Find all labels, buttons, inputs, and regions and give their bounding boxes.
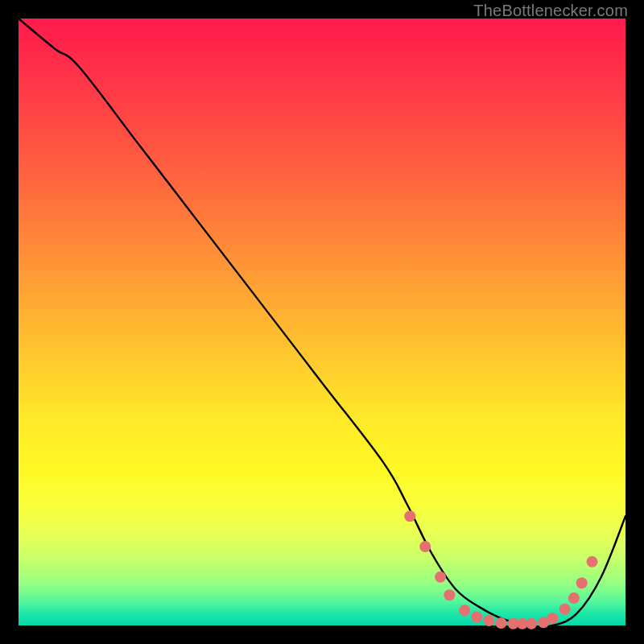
chart-frame: TheBottlenecker.com [0,0,644,644]
curve-marker [576,577,588,588]
attribution-label: TheBottlenecker.com [473,2,628,20]
curve-marker [568,592,580,604]
curve-marker [444,589,455,601]
curve-markers-group [404,510,597,629]
curve-marker [559,604,571,615]
curve-marker [526,618,537,630]
curve-marker [435,572,446,583]
chart-svg [19,19,625,625]
curve-marker [419,541,431,552]
curve-marker [404,510,415,522]
curve-marker [471,611,482,622]
curve-marker [483,615,494,626]
curve-marker [547,613,559,624]
bottleneck-curve-line [19,19,625,627]
curve-marker [459,605,470,616]
curve-marker [495,617,506,629]
chart-plot-area [19,19,625,625]
curve-marker [587,556,598,568]
